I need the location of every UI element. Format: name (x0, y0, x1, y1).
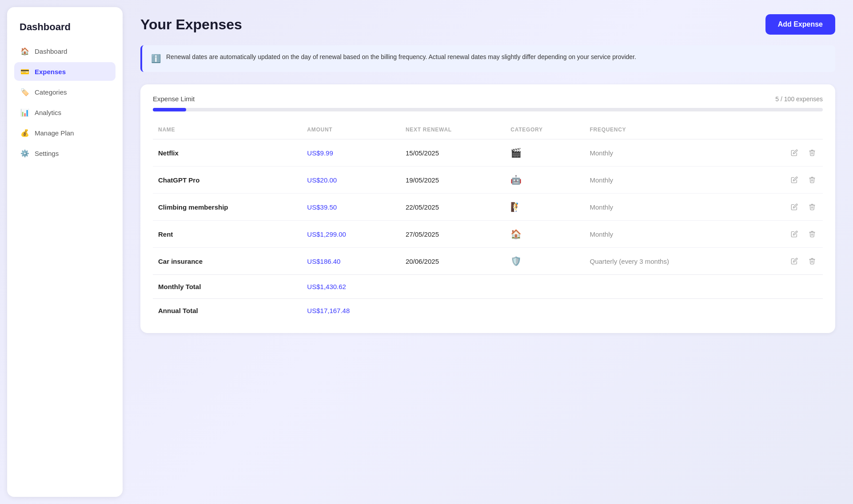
sidebar-item-expenses[interactable]: 💳 Expenses (14, 62, 116, 81)
total-label: Annual Total (153, 299, 302, 323)
sidebar-item-label-expenses: Expenses (35, 68, 66, 75)
expense-frequency: Quarterly (every 3 months) (585, 248, 751, 275)
analytics-icon: 📊 (20, 108, 29, 117)
page-header: Your Expenses Add Expense (140, 14, 835, 35)
col-header-name: NAME (153, 122, 302, 139)
expense-actions (750, 221, 823, 248)
info-banner: ℹ️ Renewal dates are automatically updat… (140, 45, 835, 72)
expense-renewal: 19/05/2025 (400, 167, 505, 194)
total-label: Monthly Total (153, 275, 302, 299)
expense-name: Car insurance (153, 248, 302, 275)
sidebar-item-dashboard[interactable]: 🏠 Dashboard (14, 42, 116, 60)
expense-limit-count: 5 / 100 expenses (775, 95, 823, 103)
sidebar-item-label-manage-plan: Manage Plan (35, 129, 74, 137)
expense-actions (750, 139, 823, 167)
expense-renewal: 20/06/2025 (400, 248, 505, 275)
sidebar-item-categories[interactable]: 🏷️ Categories (14, 83, 116, 101)
settings-icon: ⚙️ (20, 149, 29, 158)
expense-amount: US$39.50 (302, 194, 400, 221)
sidebar-item-label-analytics: Analytics (35, 109, 61, 116)
progress-bar-background (153, 108, 823, 111)
table-header-row: NAMEAMOUNTNEXT RENEWALCATEGORYFREQUENCY (153, 122, 823, 139)
edit-button-1[interactable] (789, 175, 800, 185)
expense-amount: US$9.99 (302, 139, 400, 167)
total-row-1: Annual Total US$17,167.48 (153, 299, 823, 323)
manage-plan-icon: 💰 (20, 128, 29, 137)
delete-button-1[interactable] (807, 175, 817, 185)
expense-category: 🎬 (505, 139, 584, 167)
col-header-actions (750, 122, 823, 139)
total-row-0: Monthly Total US$1,430.62 (153, 275, 823, 299)
total-amount: US$1,430.62 (302, 275, 400, 299)
col-header-amount: AMOUNT (302, 122, 400, 139)
expense-renewal: 22/05/2025 (400, 194, 505, 221)
expense-limit-row: Expense Limit 5 / 100 expenses (153, 95, 823, 103)
expense-category: 🏠 (505, 221, 584, 248)
expense-limit-label: Expense Limit (153, 95, 195, 103)
sidebar: Dashboard 🏠 Dashboard 💳 Expenses 🏷️ Cate… (7, 7, 123, 497)
sidebar-item-label-dashboard: Dashboard (35, 48, 67, 55)
sidebar-item-analytics[interactable]: 📊 Analytics (14, 103, 116, 122)
expense-amount: US$186.40 (302, 248, 400, 275)
edit-button-4[interactable] (789, 256, 800, 266)
sidebar-item-manage-plan[interactable]: 💰 Manage Plan (14, 123, 116, 142)
expense-actions (750, 194, 823, 221)
expense-actions (750, 167, 823, 194)
table-header: NAMEAMOUNTNEXT RENEWALCATEGORYFREQUENCY (153, 122, 823, 139)
expense-amount: US$20.00 (302, 167, 400, 194)
expense-actions (750, 248, 823, 275)
table-row: Rent US$1,299.00 27/05/2025 🏠 Monthly (153, 221, 823, 248)
expense-frequency: Monthly (585, 221, 751, 248)
expense-frequency: Monthly (585, 139, 751, 167)
main-content: Your Expenses Add Expense ℹ️ Renewal dat… (123, 0, 853, 504)
edit-button-0[interactable] (789, 147, 800, 158)
sidebar-nav: 🏠 Dashboard 💳 Expenses 🏷️ Categories 📊 A… (14, 42, 116, 163)
expense-card: Expense Limit 5 / 100 expenses NAMEAMOUN… (140, 84, 835, 333)
dashboard-icon: 🏠 (20, 47, 29, 56)
expense-renewal: 15/05/2025 (400, 139, 505, 167)
sidebar-item-label-settings: Settings (35, 150, 59, 157)
col-header-frequency: FREQUENCY (585, 122, 751, 139)
table-row: Car insurance US$186.40 20/06/2025 🛡️ Qu… (153, 248, 823, 275)
sidebar-item-label-categories: Categories (35, 88, 67, 96)
expense-category: 🧗 (505, 194, 584, 221)
delete-button-2[interactable] (807, 202, 817, 212)
edit-button-3[interactable] (789, 229, 800, 239)
col-header-category: CATEGORY (505, 122, 584, 139)
col-header-next-renewal: NEXT RENEWAL (400, 122, 505, 139)
delete-button-0[interactable] (807, 147, 817, 158)
expense-renewal: 27/05/2025 (400, 221, 505, 248)
expense-name: Netflix (153, 139, 302, 167)
expense-frequency: Monthly (585, 167, 751, 194)
delete-button-3[interactable] (807, 229, 817, 239)
expense-frequency: Monthly (585, 194, 751, 221)
page-title: Your Expenses (140, 16, 242, 33)
table-body: Netflix US$9.99 15/05/2025 🎬 Monthly Cha… (153, 139, 823, 323)
total-amount: US$17,167.48 (302, 299, 400, 323)
delete-button-4[interactable] (807, 256, 817, 266)
progress-bar-fill (153, 108, 186, 111)
table-row: ChatGPT Pro US$20.00 19/05/2025 🤖 Monthl… (153, 167, 823, 194)
expense-name: ChatGPT Pro (153, 167, 302, 194)
expense-category: 🛡️ (505, 248, 584, 275)
expense-name: Rent (153, 221, 302, 248)
edit-button-2[interactable] (789, 202, 800, 212)
expenses-icon: 💳 (20, 67, 29, 76)
categories-icon: 🏷️ (20, 87, 29, 96)
info-icon: ℹ️ (151, 53, 161, 65)
info-banner-text: Renewal dates are automatically updated … (166, 52, 636, 62)
sidebar-title: Dashboard (14, 18, 116, 42)
expense-category: 🤖 (505, 167, 584, 194)
table-row: Climbing membership US$39.50 22/05/2025 … (153, 194, 823, 221)
table-row: Netflix US$9.99 15/05/2025 🎬 Monthly (153, 139, 823, 167)
expense-amount: US$1,299.00 (302, 221, 400, 248)
add-expense-button[interactable]: Add Expense (765, 14, 835, 35)
sidebar-item-settings[interactable]: ⚙️ Settings (14, 144, 116, 163)
expense-name: Climbing membership (153, 194, 302, 221)
expenses-table: NAMEAMOUNTNEXT RENEWALCATEGORYFREQUENCY … (153, 122, 823, 322)
